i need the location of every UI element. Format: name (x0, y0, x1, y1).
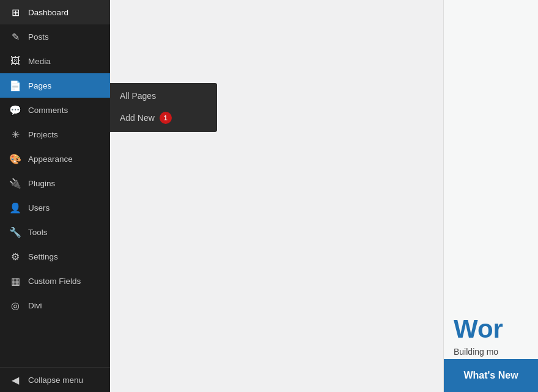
plugins-icon: 🔌 (9, 176, 22, 190)
wordpress-logo-text: Wor (454, 316, 528, 342)
submenu-label-all-pages: All Pages (120, 91, 156, 101)
posts-icon: ✎ (9, 30, 22, 43)
sidebar-item-appearance[interactable]: 🎨Appearance (0, 147, 110, 171)
sidebar-item-divi[interactable]: ◎Divi (0, 293, 110, 318)
right-panel: Wor Building mo What's New (443, 0, 538, 392)
collapse-menu-label: Collapse menu (28, 376, 83, 385)
users-icon: 👤 (9, 201, 22, 214)
right-panel-title: Wor Building mo (444, 304, 538, 359)
tools-icon: 🔧 (9, 225, 22, 239)
sidebar: ⊞Dashboard✎Posts🖼Media📄Pages💬Comments✳Pr… (0, 0, 110, 392)
right-panel-top (444, 0, 538, 304)
sidebar-item-label-comments: Comments (28, 106, 68, 115)
sidebar-item-label-divi: Divi (28, 301, 42, 310)
sidebar-item-label-tools: Tools (28, 228, 48, 237)
sidebar-item-label-dashboard: Dashboard (28, 8, 68, 17)
dashboard-icon: ⊞ (9, 5, 22, 19)
custom-fields-icon: ▦ (9, 274, 22, 288)
sidebar-item-label-appearance: Appearance (28, 154, 73, 164)
sidebar-item-label-custom-fields: Custom Fields (28, 277, 81, 286)
sidebar-item-label-projects: Projects (28, 130, 58, 139)
collapse-menu-item[interactable]: ◀ Collapse menu (0, 367, 110, 392)
sidebar-item-custom-fields[interactable]: ▦Custom Fields (0, 269, 110, 293)
divi-icon: ◎ (9, 299, 22, 312)
sidebar-item-comments[interactable]: 💬Comments (0, 98, 110, 122)
sidebar-item-settings[interactable]: ⚙Settings (0, 244, 110, 269)
sidebar-item-posts[interactable]: ✎Posts (0, 24, 110, 49)
sidebar-item-plugins[interactable]: 🔌Plugins (0, 171, 110, 195)
sidebar-item-pages[interactable]: 📄Pages (0, 73, 110, 98)
sidebar-item-label-settings: Settings (28, 252, 58, 261)
sidebar-item-tools[interactable]: 🔧Tools (0, 220, 110, 244)
sidebar-item-label-posts: Posts (28, 32, 49, 42)
sidebar-item-users[interactable]: 👤Users (0, 195, 110, 220)
appearance-icon: 🎨 (9, 152, 22, 165)
pages-icon: 📄 (9, 79, 22, 92)
whats-new-button[interactable]: What's New (444, 359, 538, 392)
collapse-icon: ◀ (9, 373, 22, 387)
settings-icon: ⚙ (9, 250, 22, 263)
sidebar-item-label-users: Users (28, 203, 50, 212)
submenu-badge-add-new: 1 (160, 112, 172, 124)
comments-icon: 💬 (9, 103, 22, 117)
projects-icon: ✳ (9, 128, 22, 141)
sidebar-item-label-pages: Pages (28, 81, 51, 90)
wordpress-subtitle: Building mo (454, 347, 528, 357)
sidebar-item-dashboard[interactable]: ⊞Dashboard (0, 0, 110, 24)
media-icon: 🖼 (9, 54, 22, 68)
submenu-item-add-new[interactable]: Add New1 (110, 106, 217, 129)
sidebar-item-media[interactable]: 🖼Media (0, 49, 110, 73)
sidebar-item-label-plugins: Plugins (28, 179, 55, 188)
submenu-item-all-pages[interactable]: All Pages (110, 85, 217, 106)
sidebar-item-label-media: Media (28, 57, 51, 66)
submenu-label-add-new: Add New (120, 113, 155, 123)
sidebar-item-projects[interactable]: ✳Projects (0, 122, 110, 147)
pages-submenu: All PagesAdd New1 (110, 83, 217, 132)
